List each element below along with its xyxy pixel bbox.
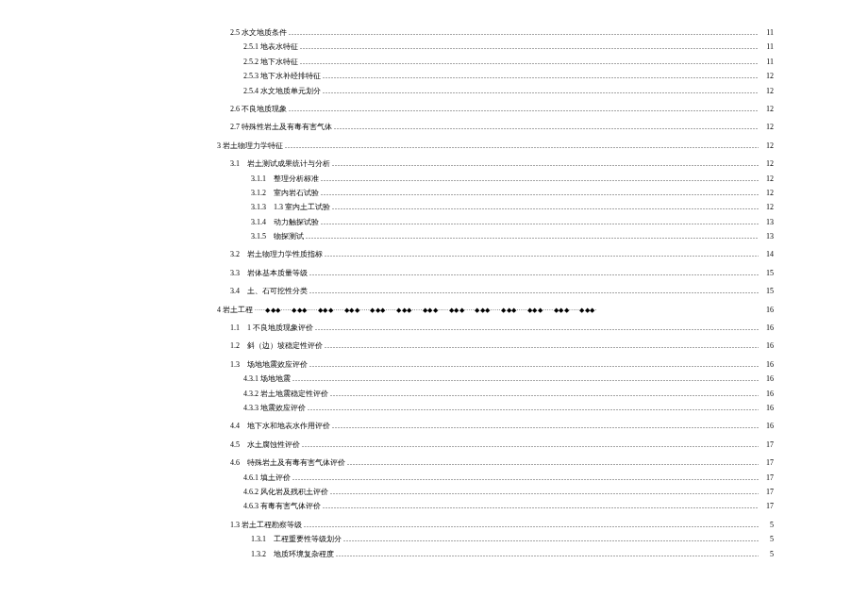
toc-row: 3.2 岩土物理力学性质指标14 xyxy=(217,250,774,259)
toc-row: 1.3 场地地震效应评价16 xyxy=(217,360,774,370)
toc-label: 4 岩土工程 xyxy=(217,306,253,315)
dot-leader xyxy=(323,87,759,96)
toc-label: 3.1 岩土测试成果统计与分析 xyxy=(230,159,330,169)
toc-label: 4.6 特殊岩土及有毒有害气体评价 xyxy=(230,458,345,468)
toc-page: 17 xyxy=(760,502,774,511)
toc-page: 12 xyxy=(760,105,774,114)
toc-page: 12 xyxy=(760,72,774,81)
toc-page: 17 xyxy=(760,473,774,483)
dot-leader xyxy=(330,488,759,497)
diamond-leader xyxy=(255,307,759,315)
toc-row: 3.1.5 物探测试13 xyxy=(217,232,774,241)
toc-row: 2.7 特殊性岩土及有毒有害气体12 xyxy=(217,123,774,132)
toc-row: 4.6.3 有毒有害气体评价17 xyxy=(217,502,774,511)
dot-leader xyxy=(308,404,759,413)
toc-page: 16 xyxy=(760,360,774,370)
toc-row: 2.6 不良地质现象12 xyxy=(217,105,774,114)
dot-leader xyxy=(332,159,759,169)
toc-row: 4.6 特殊岩土及有毒有害气体评价17 xyxy=(217,458,774,468)
toc-row: 4.5 水土腐蚀性评价17 xyxy=(217,440,774,450)
toc-row: 2.5.2 地下水特征11 xyxy=(217,58,774,67)
dot-leader xyxy=(330,390,759,399)
toc-page: 13 xyxy=(760,218,774,227)
dot-leader xyxy=(347,458,759,468)
toc-page: 12 xyxy=(760,87,774,96)
toc-label: 3.1.2 室内岩石试验 xyxy=(251,189,319,198)
toc-label: 4.5 水土腐蚀性评价 xyxy=(230,440,300,450)
toc-label: 1.1 1 不良地质现象评价 xyxy=(230,324,313,333)
toc-label: 2.5.1 地表水特征 xyxy=(243,42,298,52)
dot-leader xyxy=(325,250,759,259)
dot-leader xyxy=(321,218,759,227)
dot-leader xyxy=(323,72,759,81)
toc-row: 1.3.2 地质环境复杂程度5 xyxy=(217,550,774,559)
toc-page: 13 xyxy=(760,232,774,241)
toc-label: 2.7 特殊性岩土及有毒有害气体 xyxy=(230,123,332,132)
toc-label: 3.1.5 物探测试 xyxy=(251,232,304,241)
toc-row: 1.1 1 不良地质现象评价16 xyxy=(217,324,774,333)
table-of-contents: 2.5 水文地质条件112.5.1 地表水特征112.5.2 地下水特征112.… xyxy=(217,28,774,559)
dot-leader xyxy=(332,203,759,212)
toc-label: 1.3 场地地震效应评价 xyxy=(230,360,308,370)
toc-label: 4.4 地下水和地表水作用评价 xyxy=(230,422,330,431)
toc-row: 3.1 岩土测试成果统计与分析12 xyxy=(217,159,774,169)
toc-row: 2.5 水文地质条件11 xyxy=(217,28,774,38)
toc-row: 4.6.1 填土评价17 xyxy=(217,473,774,483)
dot-leader xyxy=(309,360,759,370)
toc-row: 3.1.1 整理分析标准12 xyxy=(217,174,774,184)
toc-page: 5 xyxy=(760,550,774,559)
toc-label: 2.5.3 地下水补经排特征 xyxy=(243,72,321,81)
dot-leader xyxy=(289,28,759,38)
toc-label: 3.4 土、石可挖性分类 xyxy=(230,287,308,296)
toc-label: 3.2 岩土物理力学性质指标 xyxy=(230,250,323,259)
dot-leader xyxy=(302,440,759,450)
toc-row: 4.3.2 岩土地震稳定性评价16 xyxy=(217,390,774,399)
dot-leader xyxy=(323,502,759,511)
toc-label: 1.3.2 地质环境复杂程度 xyxy=(251,550,334,559)
toc-label: 2.5.4 水文地质单元划分 xyxy=(243,87,321,96)
dot-leader xyxy=(289,105,759,114)
dot-leader xyxy=(306,232,759,241)
toc-row: 3.4 土、石可挖性分类15 xyxy=(217,287,774,296)
toc-page: 5 xyxy=(760,535,774,544)
toc-row: 4.4 地下水和地表水作用评价16 xyxy=(217,422,774,431)
toc-label: 2.5.2 地下水特征 xyxy=(243,58,298,67)
toc-page: 12 xyxy=(760,159,774,169)
dot-leader xyxy=(332,422,759,431)
dot-leader xyxy=(321,189,759,198)
toc-label: 4.3.1 场地地震 xyxy=(243,374,291,384)
toc-page: 12 xyxy=(760,141,774,151)
dot-leader xyxy=(309,287,759,296)
toc-row: 4.3.3 地震效应评价16 xyxy=(217,404,774,413)
toc-row: 4 岩土工程 16 xyxy=(217,306,774,315)
toc-label: 1.3.1 工程重要性等级划分 xyxy=(251,535,342,544)
toc-page: 5 xyxy=(760,521,774,530)
toc-page: 16 xyxy=(760,306,774,315)
toc-row: 3.1.4 动力触探试验13 xyxy=(217,218,774,227)
toc-label: 4.6.2 风化岩及残积土评价 xyxy=(243,488,328,497)
toc-label: 4.6.1 填土评价 xyxy=(243,473,291,483)
dot-leader xyxy=(315,324,759,333)
dot-leader xyxy=(325,341,759,351)
toc-label: 3.1.4 动力触探试验 xyxy=(251,218,319,227)
toc-row: 2.5.3 地下水补经排特征12 xyxy=(217,72,774,81)
toc-label: 2.5 水文地质条件 xyxy=(230,28,287,38)
toc-page: 14 xyxy=(760,250,774,259)
toc-row: 1.3 岩土工程勘察等级5 xyxy=(217,521,774,530)
dot-leader xyxy=(300,42,759,52)
toc-label: 3.1.3 1.3 室内土工试验 xyxy=(251,203,330,212)
toc-label: 1.2 斜（边）坡稳定性评价 xyxy=(230,341,323,351)
dot-leader xyxy=(334,123,759,132)
toc-page: 12 xyxy=(760,123,774,132)
toc-page: 17 xyxy=(760,440,774,450)
toc-row: 3 岩土物理力学特征12 xyxy=(217,141,774,151)
toc-row: 4.3.1 场地地震16 xyxy=(217,374,774,384)
toc-page: 11 xyxy=(760,42,774,52)
dot-leader xyxy=(292,374,759,384)
dot-leader xyxy=(304,521,759,530)
toc-row: 4.6.2 风化岩及残积土评价17 xyxy=(217,488,774,497)
toc-page: 16 xyxy=(760,390,774,399)
toc-label: 2.6 不良地质现象 xyxy=(230,105,287,114)
dot-leader xyxy=(292,473,759,483)
toc-page: 11 xyxy=(760,28,774,38)
